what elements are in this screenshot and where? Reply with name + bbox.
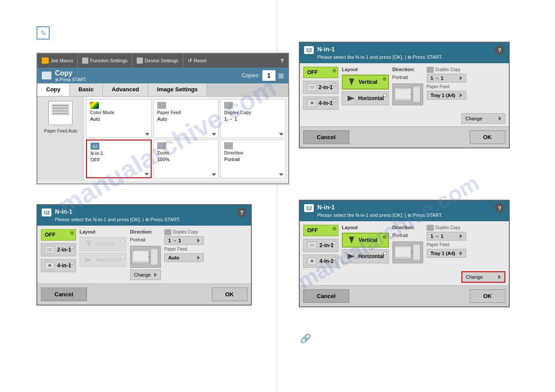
2in1-btn-tr[interactable]: □□ 2-in-1 — [303, 81, 338, 94]
cancel-btn-tr[interactable]: Cancel — [303, 130, 349, 144]
ok-btn-bl[interactable]: OK — [212, 288, 248, 301]
color-mode-option[interactable]: Color Mode Auto — [86, 99, 152, 138]
horizontal-btn-tr[interactable]: Horizontal — [342, 91, 389, 105]
link-icon: 🔗 — [300, 333, 311, 344]
nin1-options-tr: OFF □□ 2-in-1 ⊞ 4-in-1 — [303, 67, 338, 110]
off-btn-br[interactable]: OFF — [303, 225, 338, 236]
horizontal-icon-tr — [347, 94, 355, 103]
change-btn-bl[interactable]: Change — [130, 270, 161, 280]
paper-feed-value-br[interactable]: Tray 1 (A4) — [427, 249, 466, 258]
2in1-btn-br[interactable]: □□ 2-in-1 — [303, 239, 338, 252]
layout-section-bl: Layout Vertical Horizontal — [80, 229, 127, 280]
right-section-br: Duplex Copy 1 → 1 Paper Feed Tray 1 (A4) — [427, 225, 466, 268]
tab-advanced[interactable]: Advanced — [103, 83, 148, 96]
duplex-arrow-bl — [197, 238, 200, 243]
direction-icon — [224, 142, 233, 149]
tab-image-settings[interactable]: Image Settings — [148, 83, 207, 96]
vertical-btn-tr[interactable]: Vertical — [342, 75, 389, 90]
duplex-value-br[interactable]: 1 → 1 — [427, 232, 466, 241]
layout-section-tr: Layout Vertical Horizontal — [342, 67, 389, 110]
paper-feed-arrow-br — [460, 251, 462, 255]
horizontal-btn-br[interactable]: Horizontal — [342, 249, 389, 263]
scanner-svg-bl — [131, 246, 160, 267]
help-btn[interactable]: ? — [276, 54, 288, 68]
nin1-value: OFF — [91, 157, 147, 162]
copies-section: Copies: 1 ⊞ — [242, 70, 284, 81]
direction-label-tr: Direction: — [392, 67, 423, 72]
svg-rect-13 — [414, 245, 420, 259]
4in1-btn-bl[interactable]: ⊞ 4-in-1 — [41, 259, 76, 272]
nin1-dialog-top-right: 1|2 N-in-1 Please select the N-in-1 and … — [299, 42, 510, 148]
reset-btn[interactable]: ↺ Reset — [183, 54, 211, 68]
color-mode-icon — [90, 102, 99, 109]
nin1-options-br: OFF □□ 2-in-1 ⊞ 4-in-1 — [303, 225, 338, 268]
duplex-value-tr[interactable]: 1 → 1 — [427, 74, 466, 83]
header-text-bl: N-in-1 Please select the N-in-1 and pres… — [55, 208, 180, 223]
duplex-section-tr: Duplex Copy 1 → 1 — [427, 67, 466, 83]
change-area-br: Change — [300, 271, 509, 285]
direction-section-br: Direction: Portrait — [392, 225, 423, 268]
2in1-icon-tr: □□ — [307, 83, 317, 91]
duplex-icon-bl — [164, 229, 171, 235]
vertical-btn-br[interactable]: Vertical — [342, 233, 389, 248]
4in1-icon-br: ⊞ — [307, 257, 317, 265]
svg-rect-3 — [414, 87, 420, 101]
duplex-label-br: Duplex Copy — [427, 225, 466, 231]
ok-btn-tr[interactable]: OK — [470, 130, 506, 144]
panel-content: ·Paper Feed:Auto Color Mode Auto Paper F… — [37, 97, 288, 181]
tab-basic[interactable]: Basic — [70, 83, 103, 96]
direction-value: Portrait — [224, 157, 282, 162]
copy-settings-panel: Job Macro Function Settings Device Setti… — [36, 53, 289, 184]
2in1-btn-bl[interactable]: □□ 2-in-1 — [41, 243, 76, 256]
off-btn-tr[interactable]: OFF — [303, 67, 338, 78]
horizontal-icon-bl — [84, 255, 93, 264]
color-mode-arrow — [145, 133, 149, 136]
change-btn-br[interactable]: Change — [461, 271, 505, 283]
paper-feed-value-tr[interactable]: Tray 1 (A4) — [427, 91, 466, 100]
function-settings-btn[interactable]: Function Settings — [78, 54, 132, 68]
cancel-btn-br[interactable]: Cancel — [303, 289, 349, 303]
help-btn-bl[interactable]: ? — [237, 208, 247, 217]
scanner-icon-bl — [130, 246, 161, 268]
4in1-btn-br[interactable]: ⊞ 4-in-1 — [303, 255, 338, 268]
paper-feed-icon — [157, 102, 166, 109]
paper-feed-option[interactable]: Paper Feed Auto — [153, 99, 219, 138]
nin1-arrow — [145, 173, 149, 176]
off-radio-br — [333, 227, 336, 230]
right-section-tr: Duplex Copy 1 → 1 Paper Feed Tray 1 (A4) — [427, 67, 466, 110]
paper-feed-arrow-tr — [460, 93, 462, 97]
tab-bar: Copy Basic Advanced Image Settings — [37, 83, 288, 97]
duplex-value-bl[interactable]: 1 → 1 — [164, 236, 204, 245]
tab-copy[interactable]: Copy — [37, 83, 70, 96]
direction-arrow — [279, 173, 283, 176]
direction-option[interactable]: Direction Portrait — [220, 140, 286, 178]
zoom-label: Zoom — [157, 151, 215, 155]
help-btn-br[interactable]: ? — [495, 203, 504, 213]
change-btn-tr[interactable]: Change — [461, 113, 505, 124]
copies-grid-btn[interactable]: ⊞ — [278, 72, 284, 80]
nin1-option[interactable]: 1|2 N-in-1 OFF — [86, 140, 152, 178]
device-settings-btn[interactable]: Device Settings — [132, 54, 183, 68]
off-btn-bl[interactable]: OFF — [41, 229, 76, 241]
paper-feed-value-bl[interactable]: Auto — [164, 253, 204, 262]
duplex-copy-option[interactable]: Duplex Copy 1 → 1 — [220, 99, 286, 138]
press-start-label: ⊗:Press START. — [55, 77, 87, 82]
ok-btn-br[interactable]: OK — [470, 289, 506, 303]
paper-feed-label: Paper Feed — [157, 110, 215, 115]
paper-feed-label-br: Paper Feed — [427, 242, 466, 247]
copies-number[interactable]: 1 — [262, 70, 276, 81]
zoom-option[interactable]: Zoom 100% — [153, 140, 219, 178]
paper-feed-label-bl: Paper Feed — [164, 247, 204, 252]
dialog-footer-bl: Cancel OK — [37, 284, 251, 305]
options-grid: Color Mode Auto Paper Feed Auto Duplex C… — [83, 97, 288, 181]
4in1-btn-tr[interactable]: ⊞ 4-in-1 — [303, 97, 338, 110]
dialog-body-br: OFF □□ 2-in-1 ⊞ 4-in-1 Layout — [300, 221, 509, 271]
cancel-btn-bl[interactable]: Cancel — [41, 288, 87, 301]
right-section-bl: Duplex Copy 1 → 1 Paper Feed Auto — [164, 229, 204, 280]
job-macro-btn[interactable]: Job Macro — [37, 54, 78, 68]
4in1-icon-bl: ⊞ — [45, 262, 54, 270]
duplex-label-bl: Duplex Copy — [164, 229, 204, 235]
scanner-icon-tr — [392, 83, 423, 105]
vertical-radio-br — [383, 235, 386, 239]
help-btn-tr[interactable]: ? — [495, 45, 504, 55]
